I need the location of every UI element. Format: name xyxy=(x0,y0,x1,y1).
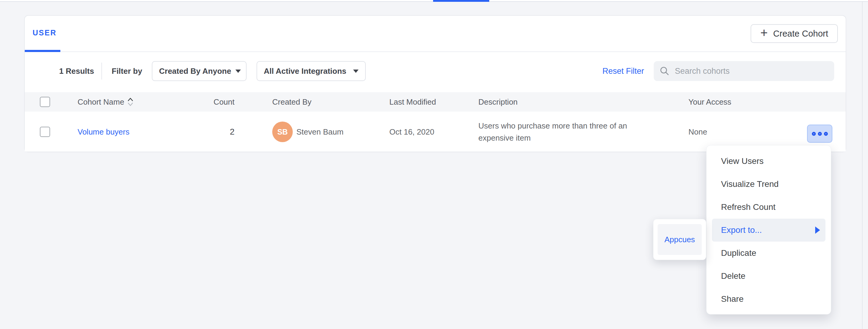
tab-bar: USER + Create Cohort xyxy=(25,16,846,52)
menu-item-export-to[interactable]: Export to... xyxy=(712,219,826,242)
column-header-description[interactable]: Description xyxy=(478,92,518,112)
cohorts-page: USER + Create Cohort 1 Results Filter by… xyxy=(0,0,868,329)
avatar: SB xyxy=(272,121,293,142)
sort-icon xyxy=(127,97,133,107)
your-access-value: None xyxy=(688,112,707,152)
export-submenu: Appcues xyxy=(653,219,706,260)
active-tab-underline xyxy=(25,50,60,52)
select-all-checkbox[interactable] xyxy=(40,97,50,107)
column-header-last-modified[interactable]: Last Modified xyxy=(389,92,436,112)
row-actions-menu: View Users Visualize Trend Refresh Count… xyxy=(706,145,831,314)
create-cohort-button[interactable]: + Create Cohort xyxy=(751,24,838,43)
cohorts-card: USER + Create Cohort 1 Results Filter by… xyxy=(24,15,846,153)
column-header-count[interactable]: Count xyxy=(189,92,235,112)
active-nav-tab-indicator xyxy=(433,0,489,2)
search-icon xyxy=(660,66,670,76)
caret-down-icon xyxy=(236,70,241,73)
integrations-dropdown-value: All Active Integrations xyxy=(264,66,346,76)
menu-item-refresh-count[interactable]: Refresh Count xyxy=(707,196,831,219)
reset-filter-link[interactable]: Reset Filter xyxy=(602,61,644,81)
tab-user[interactable]: USER xyxy=(33,28,56,37)
created-by-name: Steven Baum xyxy=(297,112,343,152)
menu-item-view-users[interactable]: View Users xyxy=(707,150,831,173)
filter-by-label: Filter by xyxy=(112,61,142,81)
cohort-name-header-label: Cohort Name xyxy=(78,98,124,107)
caret-down-icon xyxy=(353,70,359,73)
cohort-description: Users who purchase more than three of an… xyxy=(478,112,659,152)
row-actions-button[interactable] xyxy=(807,125,832,143)
search-cohorts-box xyxy=(654,61,834,81)
ellipsis-icon xyxy=(818,132,822,136)
table-header: Cohort Name Count Created By Last Modifi… xyxy=(25,92,846,112)
create-cohort-label: Create Cohort xyxy=(773,29,828,39)
menu-item-duplicate[interactable]: Duplicate xyxy=(707,242,831,265)
created-by-dropdown-value: Created By Anyone xyxy=(159,66,231,76)
column-header-your-access[interactable]: Your Access xyxy=(688,92,731,112)
filter-divider xyxy=(101,63,102,80)
ellipsis-icon xyxy=(824,132,828,136)
submenu-arrow-icon xyxy=(815,226,820,234)
menu-item-share[interactable]: Share xyxy=(707,287,831,310)
cohort-name-link[interactable]: Volume buyers xyxy=(78,112,129,152)
menu-item-visualize-trend[interactable]: Visualize Trend xyxy=(707,173,831,196)
plus-icon: + xyxy=(760,27,768,39)
search-input[interactable] xyxy=(675,66,828,76)
ellipsis-icon xyxy=(812,132,816,136)
export-to-label: Export to... xyxy=(721,225,762,235)
column-header-cohort-name[interactable]: Cohort Name xyxy=(78,92,133,112)
cohort-count: 2 xyxy=(189,112,235,152)
created-by-dropdown[interactable]: Created By Anyone xyxy=(152,61,247,81)
results-count: 1 Results xyxy=(59,61,94,81)
row-checkbox[interactable] xyxy=(40,127,50,137)
column-header-created-by[interactable]: Created By xyxy=(272,92,311,112)
page-right-divider xyxy=(862,2,863,329)
last-modified-date: Oct 16, 2020 xyxy=(389,112,434,152)
menu-item-delete[interactable]: Delete xyxy=(707,265,831,287)
filter-bar: 1 Results Filter by Created By Anyone Al… xyxy=(25,61,846,81)
integrations-dropdown[interactable]: All Active Integrations xyxy=(256,61,366,81)
submenu-item-appcues[interactable]: Appcues xyxy=(658,224,702,255)
top-nav-edge xyxy=(0,0,868,2)
